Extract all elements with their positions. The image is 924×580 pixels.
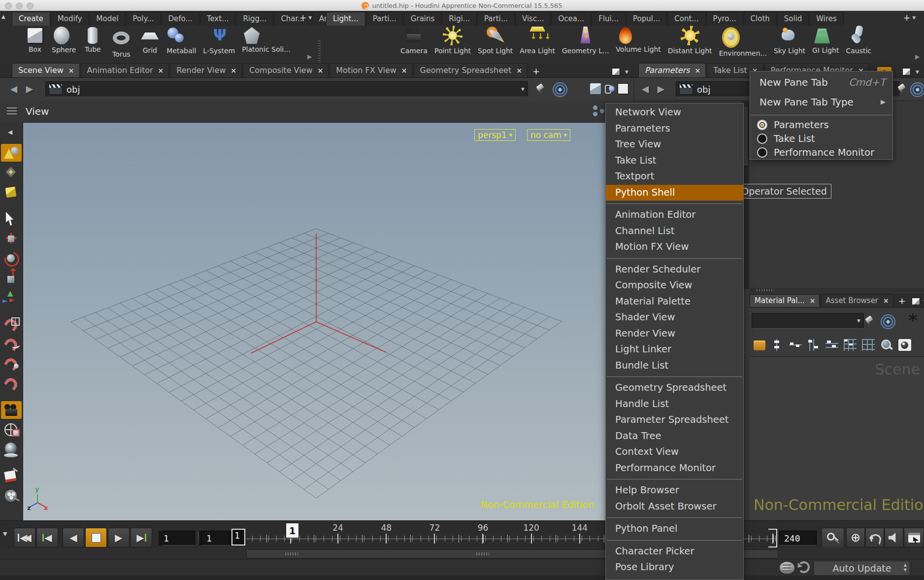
viewport-tool-button[interactable] — [1, 164, 22, 181]
playbar-collapse-icon[interactable]: ▼ — [3, 531, 7, 537]
more-tools-icon[interactable]: ▶ — [915, 53, 920, 60]
close-tab-icon[interactable]: × — [68, 67, 74, 74]
shelf-tool[interactable]: Distant Light — [664, 25, 716, 56]
viewport-tool-button[interactable] — [1, 487, 22, 505]
align-corner-icon[interactable] — [807, 339, 820, 351]
pane-splitter[interactable] — [750, 288, 924, 293]
viewport-tool-button[interactable] — [1, 289, 22, 307]
shelf-tool[interactable]: Caustic — [842, 25, 875, 56]
menu-item[interactable]: Parameters — [606, 121, 743, 137]
menu-item[interactable]: Shader View — [606, 309, 743, 326]
menu-item[interactable]: Handle List — [606, 396, 743, 412]
radio-menu-item[interactable]: Parameters — [750, 118, 892, 132]
shelf-tool[interactable]: Sphere — [48, 25, 79, 55]
shelf-tab[interactable]: Flui... — [592, 12, 626, 26]
pane-tab[interactable]: Composite View × — [243, 63, 329, 77]
menu-item[interactable]: Performance Monitor — [606, 460, 743, 477]
shelf-tab[interactable]: Model — [90, 12, 126, 26]
shelf-tab[interactable]: Parti... — [477, 12, 515, 26]
close-tab-icon[interactable]: × — [516, 67, 522, 74]
pin-pane-icon[interactable] — [536, 83, 546, 96]
add-shelf-tab-button[interactable]: +▼ — [296, 12, 316, 24]
shelf-tool[interactable]: GI Light — [809, 25, 842, 55]
memory-icon[interactable] — [780, 562, 794, 574]
spinner-icons[interactable]: ▲▼ — [904, 563, 907, 572]
close-tab-icon[interactable]: × — [231, 67, 236, 74]
scroll-grip[interactable] — [476, 552, 489, 555]
next-keyframe-button[interactable]: ▶ — [131, 528, 152, 547]
shelf-tool[interactable]: Point Light — [431, 25, 474, 56]
menu-item[interactable]: Material Palette — [606, 294, 743, 310]
shelf-tool[interactable]: Torus — [106, 25, 136, 59]
shelf-tool[interactable]: Sky Light — [770, 25, 809, 56]
shelf-tab[interactable]: Popul... — [626, 12, 667, 26]
viewport-tool-button[interactable] — [1, 401, 22, 419]
audio-button[interactable] — [885, 528, 903, 547]
more-tools-icon[interactable]: ▶ — [307, 53, 312, 60]
menu-item-new-pane-tab[interactable]: New Pane Tab Cmd+T — [750, 72, 892, 92]
radio-menu-item[interactable]: Performance Monitor — [750, 145, 892, 159]
pane-tab[interactable]: Scene View × — [12, 63, 80, 77]
close-tab-icon[interactable]: × — [810, 297, 816, 305]
play-button[interactable]: ▶ — [108, 528, 130, 547]
shelf-tab[interactable]: Pyro... — [706, 12, 743, 26]
stop-button[interactable] — [85, 528, 107, 547]
increment-field[interactable]: 1 — [201, 531, 230, 546]
network-box-icon[interactable] — [754, 341, 765, 350]
menu-item[interactable]: Orbolt Asset Browser — [606, 499, 743, 515]
viewport-tool-button[interactable] — [1, 144, 22, 162]
path-field[interactable]: obj ▼ — [45, 81, 528, 97]
add-pane-tab-button[interactable]: + — [894, 295, 910, 307]
pin-pane-icon[interactable] — [865, 315, 875, 328]
shelf-tab[interactable]: Rigi... — [442, 12, 477, 26]
shelf-tab[interactable]: Poly... — [126, 12, 161, 26]
shelf-tab[interactable]: Ocea... — [551, 12, 591, 26]
pane-tab[interactable]: Render View × — [170, 63, 242, 77]
align-horizontal-icon[interactable] — [789, 339, 802, 351]
radio-menu-item[interactable]: Take List — [750, 132, 892, 145]
viewport-tool-button[interactable] — [1, 355, 22, 373]
pane-tab[interactable]: Motion FX View × — [330, 63, 412, 77]
shelf-tab[interactable]: Grains — [404, 12, 441, 26]
update-mode-select[interactable]: Auto Update ▲▼ — [814, 561, 910, 576]
viewport-tool-button[interactable] — [1, 210, 22, 228]
align-vertical-icon[interactable] — [771, 339, 784, 351]
maximize-pane-icon[interactable] — [612, 68, 620, 75]
go-to-start-button[interactable]: ◀◀ — [14, 528, 35, 547]
shelf-tab[interactable]: Visc... — [515, 12, 551, 26]
realtime-toggle-button[interactable]: ⊕ — [846, 528, 865, 547]
viewport-tool-button[interactable] — [1, 375, 22, 392]
menu-item[interactable]: Animation Editor — [606, 207, 743, 223]
menu-item[interactable]: Render View — [606, 326, 743, 342]
viewport-tool-button[interactable] — [1, 315, 22, 333]
grid-display-icon[interactable] — [862, 339, 875, 351]
viewport-tool-button[interactable] — [1, 124, 22, 142]
visibility-icon[interactable] — [898, 339, 911, 351]
menu-item[interactable]: Help Browser — [606, 482, 743, 499]
menu-item[interactable]: Python Panel — [606, 521, 743, 537]
maximize-pane-icon[interactable] — [902, 68, 911, 75]
menu-item[interactable]: Composite View — [606, 277, 743, 294]
menu-item[interactable]: Pose Library — [606, 559, 743, 576]
shelf-tab[interactable]: Create — [12, 12, 50, 26]
blank-swatch-icon[interactable] — [618, 83, 628, 94]
follow-selection-icon[interactable] — [553, 82, 567, 97]
pane-tab[interactable]: Animation Editor × — [81, 63, 169, 77]
menu-item[interactable]: Character Picker — [606, 544, 743, 560]
menu-item[interactable]: Render Scheduler — [606, 262, 743, 278]
nav-forward-icon[interactable]: ▶ — [23, 82, 36, 96]
close-tab-icon[interactable]: × — [695, 67, 701, 74]
playbar-options-button[interactable] — [904, 528, 924, 547]
menu-item[interactable]: Context View — [606, 444, 743, 460]
shelf-tab[interactable]: Light... — [326, 12, 365, 26]
play-reverse-button[interactable]: ◀ — [63, 528, 84, 547]
add-pane-tab-button[interactable]: + — [528, 65, 544, 77]
menu-item[interactable]: Python Shell — [606, 185, 743, 201]
shelf-tool[interactable]: Volume Light — [612, 25, 664, 54]
shelf-tool[interactable]: L-System — [199, 25, 238, 56]
range-start-box[interactable]: 1 — [231, 529, 245, 546]
window-controls[interactable] — [5, 2, 33, 9]
viewport-tool-button[interactable] — [1, 441, 22, 458]
shelf-tool[interactable]: Area Light — [516, 25, 559, 56]
shelf-tab[interactable]: Cont... — [667, 12, 705, 26]
